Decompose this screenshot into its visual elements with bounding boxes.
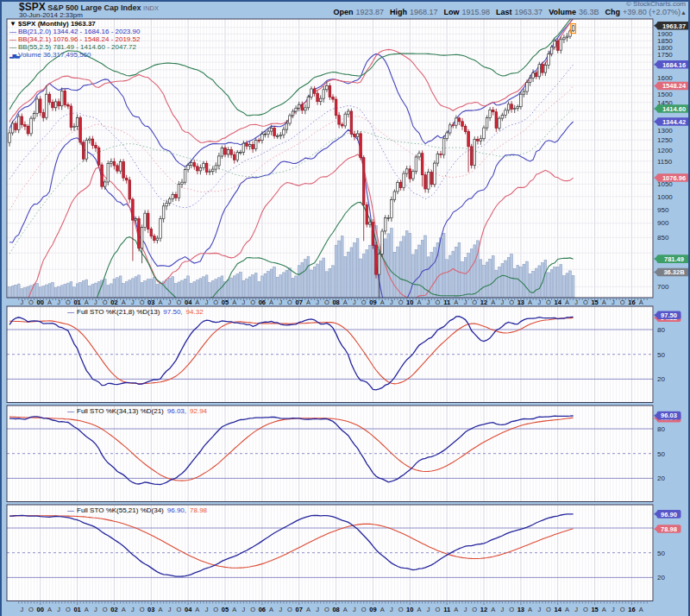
svg-text:14: 14 [555,606,562,613]
svg-text:03: 03 [147,606,154,613]
price-axis-label: 1250 [657,136,673,144]
quote-value: 1963.37 [515,8,543,16]
svg-text:O: O [620,299,625,306]
svg-text:96.03: 96.03 [661,412,677,419]
svg-text:A: A [232,299,236,306]
svg-text:1963.37: 1963.37 [662,22,686,30]
svg-text:A: A [602,299,606,306]
price-axis-label: 1750 [657,51,673,59]
legend-text: BB(21,2.0) 1344.42 - 1684.16 - 2023.90 [18,28,140,35]
legend-separator: , [185,407,186,415]
svg-text:O: O [103,299,108,306]
svg-text:05: 05 [222,606,229,613]
legend-row: ▂▅▃Volume 36,317,495,560 [9,51,140,60]
price-axis-label: 1900 [657,30,673,38]
svg-text:J: J [131,606,135,613]
svg-text:97.50: 97.50 [661,311,677,319]
stochastic-k-value: 97.50 [163,308,180,316]
copyright: © StockCharts.com [626,0,686,8]
svg-text:A: A [565,299,569,306]
svg-text:02: 02 [110,606,117,613]
osc-axis-label: 80 [657,425,665,433]
svg-text:05: 05 [222,299,229,306]
line-marker-icon: — [9,35,18,43]
svg-text:A: A [306,606,310,613]
axis-badge: 96.90 [654,510,681,519]
osc-axis-label: 20 [657,574,665,581]
price-axis-label: 1300 [657,127,673,135]
svg-text:00: 00 [37,606,44,613]
svg-text:J: J [501,606,505,613]
svg-text:J: J [353,299,356,306]
svg-text:O: O [213,606,218,613]
axis-badge: 1684.16 [654,60,690,69]
svg-text:A: A [528,606,532,613]
svg-text:1344.42: 1344.42 [662,118,686,126]
svg-text:O: O [472,299,477,306]
svg-text:A: A [380,299,385,306]
svg-text:06: 06 [259,299,266,306]
stochastic-legend: —Full STO %K(55,21) %D(34)96.90,78.98 [67,506,207,514]
legend-row: —BB(55,2.5) 781.49 - 1414.60 - 2047.72 [9,43,140,51]
svg-text:O: O [509,299,514,306]
svg-text:10: 10 [406,606,413,613]
price-axis-label: 950 [657,206,669,214]
quote-label: Low [444,8,460,16]
legend-text: BB(34,2.1) 1076.96 - 1548.24 - 2019.52 [18,35,140,43]
line-marker-icon: — [67,308,74,316]
svg-text:J: J [57,299,60,306]
svg-text:A: A [47,299,52,306]
svg-text:O: O [361,299,367,306]
price-axis-label: 1000 [657,193,673,201]
legend-row: —BB(21,2.0) 1344.42 - 1684.16 - 2023.90 [9,28,140,35]
svg-text:00: 00 [37,299,44,306]
svg-text:A: A [417,299,421,306]
svg-text:07: 07 [296,299,303,306]
svg-text:11: 11 [443,299,450,306]
stochastic-legend: —Full STO %K(34,13) %D(21)96.03,92.94 [67,407,207,415]
svg-text:A: A [269,606,273,613]
svg-text:O: O [66,606,71,613]
svg-text:O: O [472,606,477,613]
svg-text:O: O [620,606,625,613]
svg-text:A: A [565,606,569,613]
svg-text:J: J [427,606,430,613]
legend-text: Volume 36,317,495,560 [18,51,91,59]
svg-text:13: 13 [518,299,524,306]
svg-text:J: J [537,606,541,613]
stochastic-k-value: 96.03 [167,407,185,415]
stochastic-label: Full STO %K(55,21) %D(34) [77,506,164,514]
stochastic-d-value: 92.94 [190,407,207,415]
axis-badge: 97.50 [654,311,681,319]
svg-text:O: O [213,299,218,306]
svg-text:O: O [324,606,329,613]
svg-text:J: J [279,606,282,613]
svg-text:J: J [427,299,430,306]
quote-line: Open1923.87High1968.17Low1915.98Last1963… [327,8,687,16]
osc-axis-label: 20 [657,375,665,383]
svg-text:J: J [464,299,467,306]
price-axis-label: 1600 [657,74,673,82]
svg-text:A: A [85,299,89,306]
osc-axis-label: 50 [657,450,665,458]
svg-text:J: J [94,299,97,306]
svg-text:J: J [574,299,578,306]
svg-text:J: J [316,606,319,613]
svg-text:O: O [287,299,292,306]
svg-text:O: O [361,606,367,613]
line-marker-icon: — [9,28,18,35]
legend-separator: , [185,506,186,514]
svg-text:10: 10 [406,299,413,306]
quote-value: 36.3B [579,8,599,16]
legend-separator: , [180,308,182,316]
quote-value: 1968.17 [410,8,438,16]
svg-text:16: 16 [628,299,635,306]
svg-text:06: 06 [259,606,266,613]
svg-text:J: J [279,299,282,306]
svg-text:J: J [316,299,319,306]
svg-text:O: O [583,299,588,306]
svg-text:A: A [158,606,162,613]
svg-text:O: O [436,606,441,613]
quote-label: Open [333,8,353,16]
price-axis-label: 850 [657,234,669,242]
